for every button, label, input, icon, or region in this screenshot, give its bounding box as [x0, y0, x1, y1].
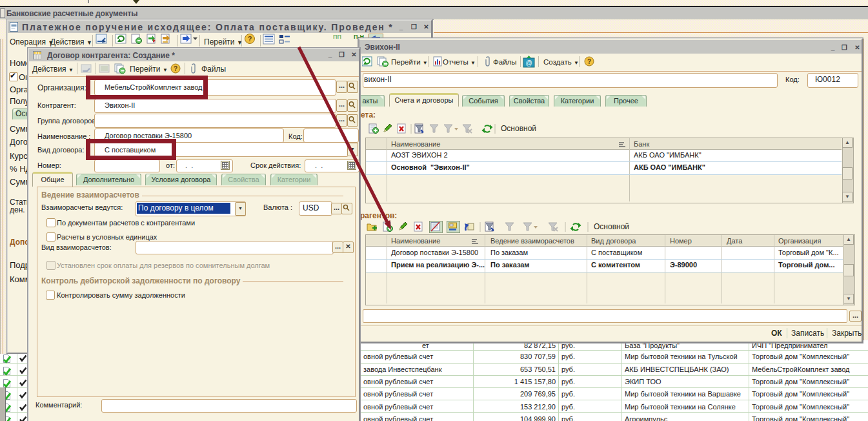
- svg-text:?: ?: [587, 58, 591, 65]
- svg-text:ПП: ПП: [333, 34, 341, 40]
- svg-text:?: ?: [248, 35, 252, 43]
- svg-text:@: @: [525, 59, 532, 67]
- svg-text:?: ?: [174, 65, 177, 72]
